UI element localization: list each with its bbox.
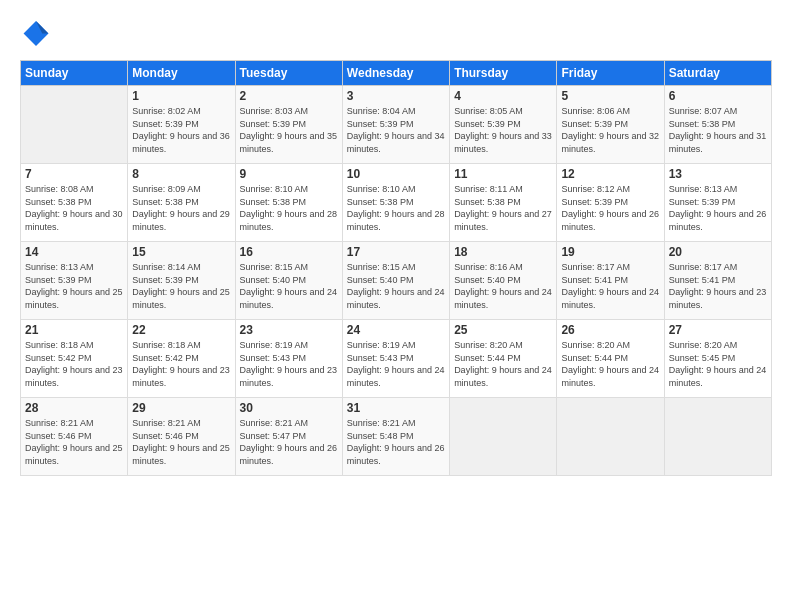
calendar-cell: 1 Sunrise: 8:02 AM Sunset: 5:39 PM Dayli… — [128, 86, 235, 164]
calendar-week-row: 7 Sunrise: 8:08 AM Sunset: 5:38 PM Dayli… — [21, 164, 772, 242]
weekday-header-friday: Friday — [557, 61, 664, 86]
day-detail: Sunrise: 8:10 AM Sunset: 5:38 PM Dayligh… — [240, 183, 338, 233]
calendar-cell: 15 Sunrise: 8:14 AM Sunset: 5:39 PM Dayl… — [128, 242, 235, 320]
day-detail: Sunrise: 8:20 AM Sunset: 5:44 PM Dayligh… — [454, 339, 552, 389]
day-number: 5 — [561, 89, 659, 103]
day-detail: Sunrise: 8:18 AM Sunset: 5:42 PM Dayligh… — [132, 339, 230, 389]
day-detail: Sunrise: 8:17 AM Sunset: 5:41 PM Dayligh… — [669, 261, 767, 311]
day-number: 21 — [25, 323, 123, 337]
day-number: 23 — [240, 323, 338, 337]
calendar-cell: 25 Sunrise: 8:20 AM Sunset: 5:44 PM Dayl… — [450, 320, 557, 398]
day-number: 10 — [347, 167, 445, 181]
calendar-table: SundayMondayTuesdayWednesdayThursdayFrid… — [20, 60, 772, 476]
weekday-header-thursday: Thursday — [450, 61, 557, 86]
day-number: 20 — [669, 245, 767, 259]
day-number: 27 — [669, 323, 767, 337]
day-number: 19 — [561, 245, 659, 259]
calendar-cell: 9 Sunrise: 8:10 AM Sunset: 5:38 PM Dayli… — [235, 164, 342, 242]
day-number: 28 — [25, 401, 123, 415]
calendar-cell: 6 Sunrise: 8:07 AM Sunset: 5:38 PM Dayli… — [664, 86, 771, 164]
calendar-cell: 24 Sunrise: 8:19 AM Sunset: 5:43 PM Dayl… — [342, 320, 449, 398]
day-number: 17 — [347, 245, 445, 259]
day-number: 29 — [132, 401, 230, 415]
calendar-cell: 20 Sunrise: 8:17 AM Sunset: 5:41 PM Dayl… — [664, 242, 771, 320]
calendar-cell: 14 Sunrise: 8:13 AM Sunset: 5:39 PM Dayl… — [21, 242, 128, 320]
day-detail: Sunrise: 8:05 AM Sunset: 5:39 PM Dayligh… — [454, 105, 552, 155]
day-number: 24 — [347, 323, 445, 337]
page: SundayMondayTuesdayWednesdayThursdayFrid… — [0, 0, 792, 612]
calendar-cell: 2 Sunrise: 8:03 AM Sunset: 5:39 PM Dayli… — [235, 86, 342, 164]
calendar-cell: 18 Sunrise: 8:16 AM Sunset: 5:40 PM Dayl… — [450, 242, 557, 320]
calendar-cell: 4 Sunrise: 8:05 AM Sunset: 5:39 PM Dayli… — [450, 86, 557, 164]
calendar-cell: 10 Sunrise: 8:10 AM Sunset: 5:38 PM Dayl… — [342, 164, 449, 242]
calendar-cell — [450, 398, 557, 476]
day-detail: Sunrise: 8:19 AM Sunset: 5:43 PM Dayligh… — [240, 339, 338, 389]
day-detail: Sunrise: 8:20 AM Sunset: 5:44 PM Dayligh… — [561, 339, 659, 389]
day-detail: Sunrise: 8:03 AM Sunset: 5:39 PM Dayligh… — [240, 105, 338, 155]
day-number: 26 — [561, 323, 659, 337]
day-number: 4 — [454, 89, 552, 103]
day-number: 15 — [132, 245, 230, 259]
weekday-header-wednesday: Wednesday — [342, 61, 449, 86]
day-number: 2 — [240, 89, 338, 103]
day-number: 1 — [132, 89, 230, 103]
calendar-cell: 26 Sunrise: 8:20 AM Sunset: 5:44 PM Dayl… — [557, 320, 664, 398]
day-number: 18 — [454, 245, 552, 259]
day-detail: Sunrise: 8:13 AM Sunset: 5:39 PM Dayligh… — [25, 261, 123, 311]
day-detail: Sunrise: 8:04 AM Sunset: 5:39 PM Dayligh… — [347, 105, 445, 155]
calendar-cell: 8 Sunrise: 8:09 AM Sunset: 5:38 PM Dayli… — [128, 164, 235, 242]
calendar-cell: 30 Sunrise: 8:21 AM Sunset: 5:47 PM Dayl… — [235, 398, 342, 476]
calendar-cell: 19 Sunrise: 8:17 AM Sunset: 5:41 PM Dayl… — [557, 242, 664, 320]
weekday-header-tuesday: Tuesday — [235, 61, 342, 86]
day-number: 12 — [561, 167, 659, 181]
day-detail: Sunrise: 8:09 AM Sunset: 5:38 PM Dayligh… — [132, 183, 230, 233]
day-detail: Sunrise: 8:07 AM Sunset: 5:38 PM Dayligh… — [669, 105, 767, 155]
day-detail: Sunrise: 8:11 AM Sunset: 5:38 PM Dayligh… — [454, 183, 552, 233]
day-detail: Sunrise: 8:02 AM Sunset: 5:39 PM Dayligh… — [132, 105, 230, 155]
day-detail: Sunrise: 8:15 AM Sunset: 5:40 PM Dayligh… — [240, 261, 338, 311]
day-detail: Sunrise: 8:19 AM Sunset: 5:43 PM Dayligh… — [347, 339, 445, 389]
day-detail: Sunrise: 8:08 AM Sunset: 5:38 PM Dayligh… — [25, 183, 123, 233]
day-detail: Sunrise: 8:21 AM Sunset: 5:46 PM Dayligh… — [132, 417, 230, 467]
day-detail: Sunrise: 8:15 AM Sunset: 5:40 PM Dayligh… — [347, 261, 445, 311]
day-detail: Sunrise: 8:18 AM Sunset: 5:42 PM Dayligh… — [25, 339, 123, 389]
calendar-cell: 11 Sunrise: 8:11 AM Sunset: 5:38 PM Dayl… — [450, 164, 557, 242]
day-number: 25 — [454, 323, 552, 337]
calendar-week-row: 1 Sunrise: 8:02 AM Sunset: 5:39 PM Dayli… — [21, 86, 772, 164]
day-number: 8 — [132, 167, 230, 181]
calendar-cell: 16 Sunrise: 8:15 AM Sunset: 5:40 PM Dayl… — [235, 242, 342, 320]
calendar-cell: 31 Sunrise: 8:21 AM Sunset: 5:48 PM Dayl… — [342, 398, 449, 476]
day-number: 11 — [454, 167, 552, 181]
day-number: 7 — [25, 167, 123, 181]
calendar-cell: 29 Sunrise: 8:21 AM Sunset: 5:46 PM Dayl… — [128, 398, 235, 476]
header — [20, 18, 772, 50]
calendar-cell: 5 Sunrise: 8:06 AM Sunset: 5:39 PM Dayli… — [557, 86, 664, 164]
day-number: 16 — [240, 245, 338, 259]
day-detail: Sunrise: 8:14 AM Sunset: 5:39 PM Dayligh… — [132, 261, 230, 311]
weekday-header-row: SundayMondayTuesdayWednesdayThursdayFrid… — [21, 61, 772, 86]
weekday-header-saturday: Saturday — [664, 61, 771, 86]
calendar-cell: 21 Sunrise: 8:18 AM Sunset: 5:42 PM Dayl… — [21, 320, 128, 398]
day-detail: Sunrise: 8:12 AM Sunset: 5:39 PM Dayligh… — [561, 183, 659, 233]
calendar-cell: 12 Sunrise: 8:12 AM Sunset: 5:39 PM Dayl… — [557, 164, 664, 242]
logo-icon — [22, 18, 50, 46]
logo — [20, 18, 54, 50]
day-detail: Sunrise: 8:20 AM Sunset: 5:45 PM Dayligh… — [669, 339, 767, 389]
weekday-header-sunday: Sunday — [21, 61, 128, 86]
day-detail: Sunrise: 8:17 AM Sunset: 5:41 PM Dayligh… — [561, 261, 659, 311]
day-detail: Sunrise: 8:21 AM Sunset: 5:48 PM Dayligh… — [347, 417, 445, 467]
day-number: 30 — [240, 401, 338, 415]
weekday-header-monday: Monday — [128, 61, 235, 86]
calendar-cell: 7 Sunrise: 8:08 AM Sunset: 5:38 PM Dayli… — [21, 164, 128, 242]
calendar-cell: 27 Sunrise: 8:20 AM Sunset: 5:45 PM Dayl… — [664, 320, 771, 398]
day-number: 31 — [347, 401, 445, 415]
calendar-week-row: 14 Sunrise: 8:13 AM Sunset: 5:39 PM Dayl… — [21, 242, 772, 320]
calendar-cell — [557, 398, 664, 476]
day-number: 14 — [25, 245, 123, 259]
calendar-cell: 3 Sunrise: 8:04 AM Sunset: 5:39 PM Dayli… — [342, 86, 449, 164]
svg-marker-0 — [24, 21, 49, 46]
day-number: 3 — [347, 89, 445, 103]
calendar-week-row: 21 Sunrise: 8:18 AM Sunset: 5:42 PM Dayl… — [21, 320, 772, 398]
day-detail: Sunrise: 8:10 AM Sunset: 5:38 PM Dayligh… — [347, 183, 445, 233]
calendar-cell — [21, 86, 128, 164]
